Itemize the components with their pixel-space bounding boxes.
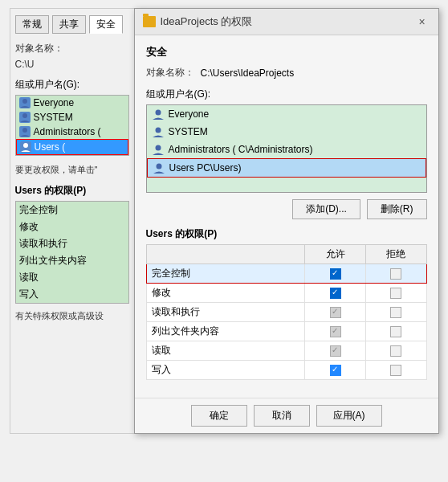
object-field-label: 对象名称：	[146, 66, 194, 80]
gl-item-administrators[interactable]: Administrators ( C\Administrators)	[147, 141, 426, 158]
object-field-row: 对象名称： C:\Users\IdeaProjects	[146, 66, 427, 80]
svg-point-7	[156, 164, 161, 170]
user-icon-users-main	[153, 161, 165, 174]
left-group-users[interactable]: Users (	[16, 139, 128, 155]
perm-deny-modify[interactable]	[365, 284, 426, 303]
perm-row-fullcontrol: 完全控制	[146, 264, 426, 284]
gl-item-everyone[interactable]: Everyone	[147, 105, 426, 123]
perm-label-modify: 修改	[146, 284, 305, 303]
tab-security[interactable]: 安全	[89, 15, 123, 34]
left-perm-execute: 读取和执行	[16, 235, 128, 252]
apply-button[interactable]: 应用(A)	[316, 405, 382, 427]
perm-deny-write[interactable]	[365, 361, 426, 380]
object-field-value: C:\Users\IdeaProjects	[201, 67, 295, 79]
perm-label-read: 读取	[146, 341, 305, 361]
group-btn-row: 添加(D)... 删除(R)	[146, 199, 427, 219]
perm-label-fullcontrol: 完全控制	[146, 264, 305, 284]
checkbox-allow-modify[interactable]	[330, 288, 341, 299]
svg-point-4	[155, 110, 161, 116]
tab-bar: 常规 共享 安全	[15, 15, 129, 34]
gl-item-system[interactable]: SYSTEM	[147, 123, 426, 141]
perm-row-execute: 读取和执行	[146, 303, 426, 322]
dialog-footer: 确定 取消 应用(A)	[135, 398, 438, 433]
perm-allow-list[interactable]	[305, 322, 366, 341]
dialog-titlebar: IdeaProjects 的权限 ×	[135, 9, 438, 35]
left-note: 要更改权限，请单击"	[15, 164, 129, 176]
checkbox-allow-write[interactable]	[330, 365, 341, 376]
perm-row-list: 列出文件夹内容	[146, 322, 426, 341]
title-left: IdeaProjects 的权限	[143, 14, 253, 29]
perm-allow-fullcontrol[interactable]	[305, 264, 366, 284]
checkbox-allow-execute[interactable]	[330, 307, 341, 318]
left-perm-list: 列出文件夹内容	[16, 252, 128, 269]
tab-share[interactable]: 共享	[52, 15, 86, 34]
checkbox-allow-read[interactable]	[330, 345, 341, 357]
add-button[interactable]: 添加(D)...	[292, 199, 360, 219]
dialog-title: IdeaProjects 的权限	[161, 14, 253, 29]
left-perm-modify: 修改	[16, 219, 128, 235]
cancel-button[interactable]: 取消	[254, 405, 310, 427]
ok-button[interactable]: 确定	[191, 405, 247, 427]
group-section-label: 组或用户名(G):	[146, 88, 427, 101]
perm-label-write: 写入	[146, 361, 305, 380]
folder-icon	[143, 16, 156, 27]
perm-label-execute: 读取和执行	[146, 303, 305, 322]
perm-col-deny: 拒绝	[365, 245, 426, 264]
left-group-list: Everyone SYSTEM Administrators ( Users (	[15, 95, 129, 156]
checkbox-allow-fullcontrol[interactable]	[330, 268, 341, 280]
left-note2: 有关特殊权限或高级设	[15, 310, 129, 322]
checkbox-allow-list[interactable]	[330, 326, 341, 337]
close-button[interactable]: ×	[414, 14, 430, 30]
checkbox-deny-list[interactable]	[390, 326, 401, 337]
user-icon-system-main	[152, 125, 165, 138]
checkbox-deny-write[interactable]	[390, 365, 401, 376]
left-group-everyone[interactable]: Everyone	[16, 96, 128, 110]
user-icon-system	[19, 112, 31, 123]
checkbox-deny-modify[interactable]	[390, 288, 401, 299]
perm-allow-modify[interactable]	[305, 284, 366, 303]
group-label: 组或用户名(G):	[15, 78, 129, 92]
left-panel: 常规 共享 安全 对象名称： C:\U 组或用户名(G): Everyone S…	[10, 8, 134, 434]
perm-deny-fullcontrol[interactable]	[365, 264, 426, 284]
dialog-wrapper: 常规 共享 安全 对象名称： C:\U 组或用户名(G): Everyone S…	[10, 8, 439, 434]
section-header: 安全	[146, 45, 427, 59]
svg-point-3	[23, 143, 28, 148]
perm-deny-list[interactable]	[365, 322, 426, 341]
main-dialog: IdeaProjects 的权限 × 安全 对象名称： C:\Users\Ide…	[134, 8, 439, 434]
svg-point-2	[22, 128, 27, 133]
svg-point-6	[155, 145, 161, 151]
perm-col-allow: 允许	[305, 245, 366, 264]
checkbox-deny-read[interactable]	[390, 345, 401, 357]
svg-point-1	[22, 113, 27, 118]
left-perm-list: 完全控制 修改 读取和执行 列出文件夹内容 读取 写入	[15, 201, 129, 304]
perm-col-name	[146, 245, 305, 264]
left-perm-full: 完全控制	[16, 202, 128, 219]
user-icon-administrators-main	[152, 143, 165, 156]
object-label: 对象名称：	[15, 42, 129, 55]
perm-allow-execute[interactable]	[305, 303, 366, 322]
perm-deny-execute[interactable]	[365, 303, 426, 322]
perm-deny-read[interactable]	[365, 341, 426, 361]
tab-general[interactable]: 常规	[15, 15, 49, 34]
perm-allow-read[interactable]	[305, 341, 366, 361]
left-group-system[interactable]: SYSTEM	[16, 110, 128, 125]
perm-table: 允许 拒绝 完全控制 修改	[146, 244, 427, 380]
left-perm-label: Users 的权限(P)	[15, 184, 129, 198]
svg-point-0	[22, 99, 27, 104]
perm-label-list: 列出文件夹内容	[146, 322, 305, 341]
left-perm-write: 写入	[16, 286, 128, 303]
checkbox-deny-execute[interactable]	[390, 307, 401, 318]
remove-button[interactable]: 删除(R)	[367, 199, 427, 219]
user-icon-administrators	[19, 126, 31, 137]
object-value: C:\U	[15, 59, 129, 70]
gl-item-users[interactable]: Users PC\Users)	[147, 158, 426, 178]
checkbox-deny-fullcontrol[interactable]	[390, 268, 401, 280]
perm-section-label: Users 的权限(P)	[146, 227, 427, 241]
perm-row-modify: 修改	[146, 284, 426, 303]
svg-point-5	[155, 128, 161, 133]
user-icon-everyone	[19, 97, 31, 108]
left-group-administrators[interactable]: Administrators (	[16, 125, 128, 139]
dialog-content: 安全 对象名称： C:\Users\IdeaProjects 组或用户名(G):…	[135, 35, 438, 398]
group-listbox[interactable]: Everyone SYSTEM Administrators ( C\Admin…	[146, 104, 427, 193]
perm-allow-write[interactable]	[305, 361, 366, 380]
